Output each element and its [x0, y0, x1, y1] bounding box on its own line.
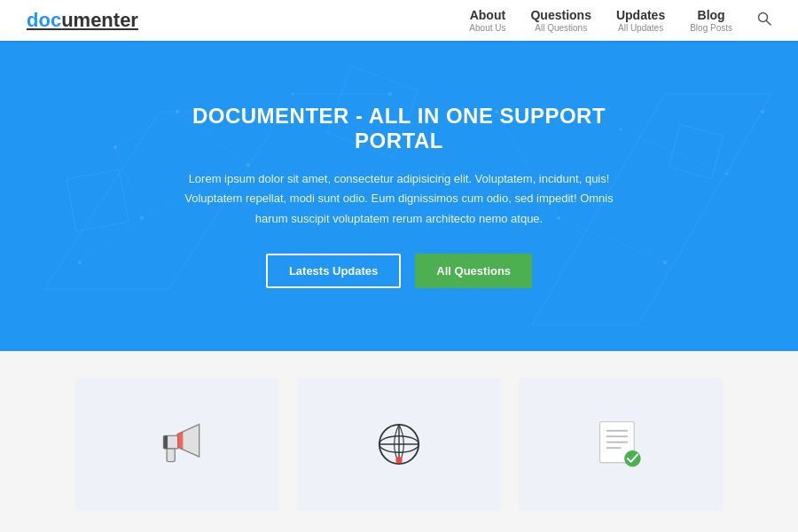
main-nav: About About Us Questions All Questions U…: [469, 8, 771, 33]
hero-content: DOCUMENTER - ALL IN ONE SUPPORT PORTAL L…: [151, 104, 647, 287]
hero-section: DOCUMENTER - ALL IN ONE SUPPORT PORTAL L…: [0, 41, 798, 351]
svg-rect-38: [163, 435, 168, 449]
nav-item-about[interactable]: About About Us: [469, 8, 505, 33]
nav-item-questions[interactable]: Questions All Questions: [530, 8, 591, 33]
svg-line-33: [727, 112, 763, 174]
nav-about-sub: About Us: [469, 23, 505, 33]
hero-description: Lorem ipsum dolor sit amet, consectetur …: [168, 169, 630, 228]
card-doccheck: [519, 378, 723, 511]
nav-blog-sub: Blog Posts: [690, 23, 732, 33]
hero-title: DOCUMENTER - ALL IN ONE SUPPORT PORTAL: [168, 104, 630, 153]
nav-updates-label: Updates: [616, 8, 665, 23]
nav-about-label: About: [469, 8, 505, 23]
svg-rect-3: [66, 169, 129, 231]
svg-rect-5: [669, 124, 723, 178]
card-megaphone: [75, 378, 279, 511]
nav-item-blog[interactable]: Blog Blog Posts: [690, 8, 732, 33]
globe-icon: [372, 418, 426, 471]
nav-updates-sub: All Updates: [616, 23, 665, 33]
logo[interactable]: documenter: [27, 9, 138, 32]
doccheck-icon: [590, 418, 652, 471]
nav-blog-label: Blog: [690, 8, 732, 23]
card-globe: [297, 378, 501, 511]
all-questions-button[interactable]: All Questions: [415, 254, 532, 288]
latests-updates-button[interactable]: Latests Updates: [266, 254, 401, 288]
nav-questions-label: Questions: [530, 8, 591, 23]
megaphone-icon: [149, 418, 206, 471]
svg-rect-36: [167, 449, 175, 462]
nav-questions-sub: All Questions: [530, 23, 591, 33]
svg-marker-37: [177, 432, 183, 450]
hero-buttons: Latests Updates All Questions: [168, 254, 630, 288]
main-header: documenter About About Us Questions All …: [0, 0, 798, 41]
nav-item-updates[interactable]: Updates All Updates: [616, 8, 665, 33]
svg-point-43: [395, 457, 402, 463]
svg-line-26: [115, 147, 142, 218]
cards-section: [0, 351, 798, 532]
logo-doc-text: doc: [27, 9, 61, 31]
logo-rest-text: umenter: [61, 9, 138, 31]
search-icon[interactable]: [757, 12, 771, 29]
svg-line-1: [767, 20, 771, 25]
